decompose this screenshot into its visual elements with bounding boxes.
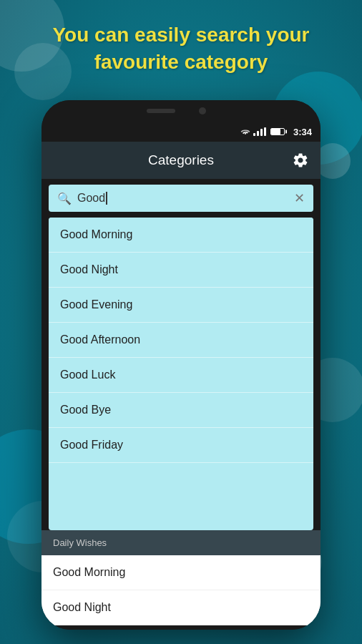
header-title: You can easily search your favourite cat… bbox=[0, 21, 362, 76]
phone-top bbox=[41, 100, 321, 122]
search-results-list: Good Morning Good Night Good Evening Goo… bbox=[49, 218, 313, 530]
status-time: 3:34 bbox=[293, 127, 312, 137]
list-item[interactable]: Good Evening bbox=[49, 288, 313, 323]
list-item[interactable]: Good Afternoon bbox=[49, 323, 313, 358]
list-item[interactable]: Good Luck bbox=[49, 358, 313, 393]
app-bar-title: Categories bbox=[70, 152, 292, 168]
list-item[interactable]: Good Night bbox=[41, 590, 321, 625]
list-item[interactable]: Good Morning bbox=[49, 218, 313, 253]
list-item[interactable]: Good Bye bbox=[49, 393, 313, 428]
phone-camera bbox=[199, 107, 206, 114]
search-icon: 🔍 bbox=[57, 192, 72, 205]
list-item[interactable]: Good Night bbox=[49, 253, 313, 288]
phone-mockup: 3:34 Categories 🔍 Good ✕ Good Morning Go… bbox=[41, 100, 321, 630]
list-item[interactable]: Good Friday bbox=[49, 428, 313, 463]
daily-list: Good Morning Good Night bbox=[41, 555, 321, 625]
search-input[interactable]: Good bbox=[77, 192, 288, 205]
app-bar: Categories bbox=[41, 142, 321, 179]
status-icons bbox=[240, 127, 285, 136]
signal-icon bbox=[253, 127, 266, 136]
list-item[interactable]: Good Morning bbox=[41, 555, 321, 590]
phone-content: 🔍 Good ✕ Good Morning Good Night Good Ev… bbox=[41, 179, 321, 625]
wifi-icon bbox=[240, 128, 250, 136]
search-bar[interactable]: 🔍 Good ✕ bbox=[49, 185, 313, 212]
battery-icon bbox=[270, 128, 285, 135]
header-section: You can easily search your favourite cat… bbox=[0, 21, 362, 76]
settings-icon[interactable] bbox=[292, 152, 309, 169]
phone-speaker bbox=[147, 109, 175, 113]
status-bar: 3:34 bbox=[41, 122, 321, 142]
clear-icon[interactable]: ✕ bbox=[294, 190, 305, 206]
section-header: Daily Wishes bbox=[41, 530, 321, 555]
phone-bottom bbox=[41, 625, 321, 630]
